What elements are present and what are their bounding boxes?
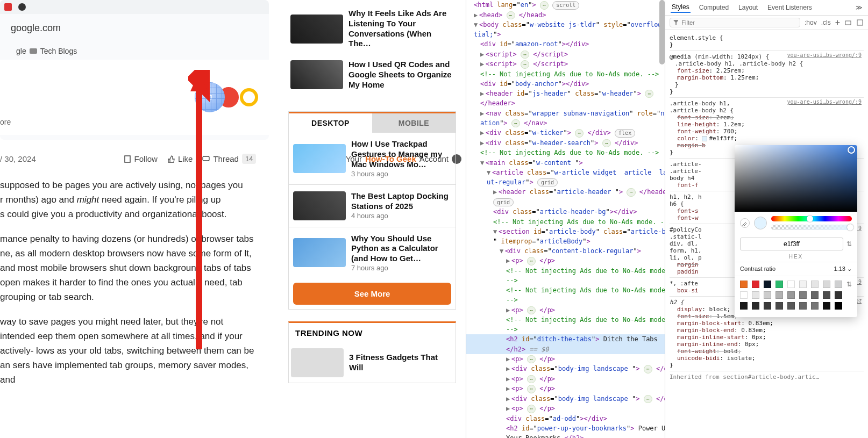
palette-swatch[interactable]: [775, 291, 783, 299]
palette-swatch[interactable]: [764, 281, 771, 288]
google-logo: [195, 82, 258, 112]
satval-field[interactable]: [735, 145, 857, 212]
palette-swatch[interactable]: [811, 291, 819, 299]
tab-layout[interactable]: Layout: [737, 3, 759, 12]
palette-swatch[interactable]: [764, 291, 771, 299]
eyedropper-button[interactable]: [740, 218, 750, 228]
palette-swatch[interactable]: [740, 302, 748, 310]
palette: ⇅: [735, 276, 857, 317]
tab-desktop[interactable]: DESKTOP: [289, 113, 372, 133]
collapse-icon[interactable]: ▼: [474, 20, 479, 29]
palette-swatch[interactable]: [752, 302, 759, 310]
selected-dom-node[interactable]: <h2 id="ditch-the-tabs"> Ditch the Tabs: [466, 334, 665, 344]
satval-handle[interactable]: [848, 146, 855, 154]
browser-tab-strip: [0, 0, 269, 14]
scroll-pill[interactable]: scroll: [552, 1, 579, 10]
github-tab-icon: [18, 3, 26, 11]
tab-computed[interactable]: Computed: [698, 3, 730, 12]
devtools-styles-pane[interactable]: Styles Computed Layout Event Listeners ≫…: [665, 0, 868, 438]
color-swatch[interactable]: [702, 136, 707, 141]
browser-mock: google.com gle Tech Blogs ore: [0, 0, 269, 140]
card-thumb: [291, 348, 344, 377]
palette-swatch[interactable]: [811, 281, 819, 288]
palette-swatch[interactable]: [823, 281, 830, 288]
palette-swatch[interactable]: [787, 291, 795, 299]
popular-tab-box: DESKTOP MOBILE How I Use Trackpad Gestur…: [288, 111, 456, 310]
trending-heading: TRENDING NOW: [289, 323, 456, 343]
page-content: google.com gle Tech Blogs ore / 3: [0, 0, 466, 438]
palette-swatch[interactable]: [823, 291, 830, 299]
bookmark-icon: [124, 155, 131, 163]
color-preview: [754, 217, 767, 229]
cls-toggle[interactable]: .cls: [821, 19, 831, 26]
card-title: 3 Fitness Gadgets That Will: [349, 353, 453, 373]
bookmark-row: gle Tech Blogs: [0, 42, 269, 60]
palette-swatch[interactable]: [752, 291, 759, 299]
card-title: How I Use Trackpad Gestures to Manage my…: [351, 139, 451, 169]
settings-icon[interactable]: [856, 19, 864, 26]
palette-swatch[interactable]: [835, 291, 842, 299]
related-card[interactable]: How I Used QR Codes and Google Sheets to…: [288, 54, 456, 95]
card-thumb: [290, 15, 343, 44]
card-thumb: [293, 191, 346, 220]
palette-swatch[interactable]: [799, 291, 807, 299]
article-body: supposed to be pages you are actively us…: [0, 178, 264, 387]
inherited-label: Inherited from section#article-body.arti…: [670, 371, 864, 383]
palette-swatch[interactable]: [775, 302, 783, 310]
google-tab-label: gle: [16, 47, 26, 55]
palette-swatch[interactable]: [740, 291, 748, 299]
palette-swatch[interactable]: [799, 281, 807, 288]
svg-rect-5: [845, 21, 851, 25]
hov-toggle[interactable]: :hov: [805, 19, 817, 26]
card-title: Why You Should Use Python as a Calculato…: [351, 234, 451, 264]
scrollbar[interactable]: [659, 0, 665, 64]
follow-button[interactable]: Follow: [124, 154, 158, 163]
palette-swatch[interactable]: [787, 281, 795, 288]
tab-styles[interactable]: Styles: [671, 2, 691, 13]
dots-badge[interactable]: ⋯: [540, 1, 549, 10]
palette-swatch[interactable]: [835, 281, 842, 288]
palette-swatch[interactable]: [835, 302, 842, 310]
svg-rect-3: [125, 156, 130, 162]
browser-url: google.com: [0, 14, 269, 42]
palette-swatch[interactable]: [787, 302, 795, 310]
related-card[interactable]: Why It Feels Like Ads Are Listening To Y…: [288, 3, 456, 54]
color-picker[interactable]: ⇅ HEX Contrast ratio 1.13 ⌄ ⇅: [735, 145, 857, 317]
palette-swatch[interactable]: [775, 281, 783, 288]
popular-item[interactable]: The Best Laptop Docking Stations of 2025…: [289, 184, 456, 227]
palette-swatch[interactable]: [799, 302, 807, 310]
alpha-handle[interactable]: [847, 224, 853, 231]
rule-source-link[interactable]: you-are-usi…bs-wrong/:9: [787, 52, 862, 58]
see-more-button[interactable]: See More: [293, 283, 451, 305]
format-switch-icon[interactable]: ⇅: [846, 240, 852, 248]
trending-item[interactable]: 3 Fitness Gadgets That Will: [289, 343, 456, 383]
palette-swatch[interactable]: [823, 302, 830, 310]
filter-input[interactable]: [670, 18, 800, 27]
print-icon[interactable]: [844, 19, 852, 26]
palette-swatch[interactable]: [811, 302, 819, 310]
popular-item[interactable]: How I Use Trackpad Gestures to Manage my…: [289, 133, 456, 184]
popular-item[interactable]: Why You Should Use Python as a Calculato…: [289, 227, 456, 278]
rule-source-link[interactable]: you-are-usi…bs-wrong/:9: [787, 99, 862, 105]
tab-mobile[interactable]: MOBILE: [372, 113, 456, 133]
thread-button[interactable]: Thread 14: [202, 154, 256, 164]
palette-swatch[interactable]: [764, 302, 771, 310]
comment-icon: [202, 155, 210, 163]
devtools-elements-pane[interactable]: <html lang="en"> ⋯ scroll ▶<head> ⋯ </he…: [466, 0, 665, 438]
svg-rect-4: [203, 156, 209, 161]
hue-handle[interactable]: [807, 216, 813, 222]
thread-count: 14: [242, 154, 256, 164]
palette-swatch[interactable]: [752, 281, 759, 288]
new-style-button[interactable]: +: [835, 18, 840, 27]
like-button[interactable]: Like: [167, 154, 193, 163]
palette-swatch[interactable]: [740, 281, 748, 288]
hex-input[interactable]: [740, 238, 843, 250]
contrast-row[interactable]: Contrast ratio 1.13 ⌄: [735, 262, 857, 276]
expand-icon[interactable]: ▶: [474, 11, 479, 19]
hue-slider[interactable]: [771, 216, 852, 221]
alpha-slider[interactable]: [771, 225, 852, 230]
more-tabs-icon[interactable]: ≫: [856, 4, 863, 11]
palette-switch-icon[interactable]: ⇅: [846, 281, 852, 288]
tab-eventlisteners[interactable]: Event Listeners: [766, 3, 813, 12]
card-thumb: [293, 238, 346, 267]
